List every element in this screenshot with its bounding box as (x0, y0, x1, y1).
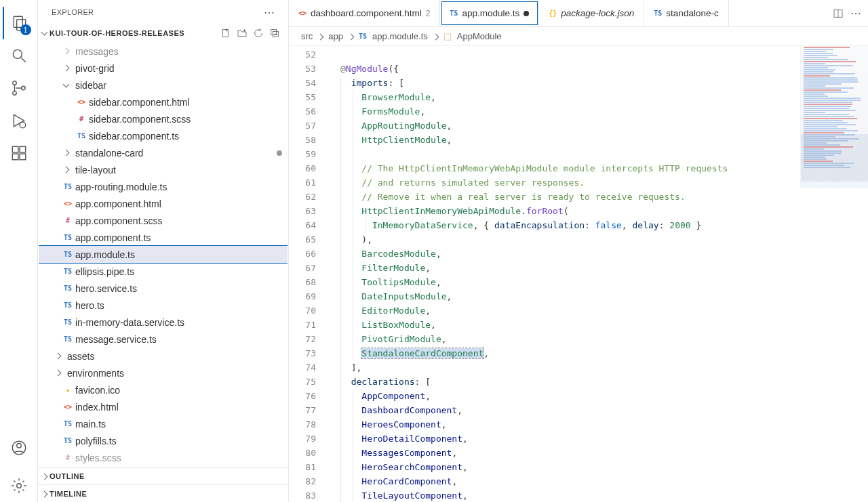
tree-file[interactable]: TShero.ts (39, 297, 288, 314)
tree-file[interactable]: TSapp.component.ts (39, 229, 288, 246)
code-content[interactable]: @NgModule({ imports: [ BrowserModule, Fo… (328, 46, 868, 502)
tree-file[interactable]: <>app.component.html (39, 195, 288, 212)
settings-gear-icon[interactable] (3, 469, 35, 502)
code-line[interactable]: DateInputsModule, (328, 289, 868, 304)
sidebar-title: EXPLORER (52, 8, 94, 16)
tree-file[interactable]: TSmain.ts (39, 415, 288, 432)
tree-file[interactable]: <>index.html (39, 398, 288, 415)
code-line[interactable]: declarations: [ (328, 375, 868, 389)
chevron-right-icon (60, 49, 71, 54)
code-line[interactable]: FormsModule, (328, 104, 868, 119)
tree-folder[interactable]: sidebar (39, 77, 288, 93)
tree-item-label: index.html (75, 402, 119, 413)
code-line[interactable]: // The HttpClientInMemoryWebApiModule mo… (328, 161, 868, 175)
editor-tab[interactable]: TSstandalone-c (644, 0, 728, 26)
refresh-icon[interactable] (253, 28, 264, 39)
split-editor-icon[interactable] (833, 8, 844, 19)
tree-file[interactable]: #sidebar.component.scss (39, 110, 288, 127)
extensions-icon[interactable] (3, 137, 35, 169)
code-line[interactable]: imports: [ (328, 76, 868, 90)
tree-file[interactable]: TSmessage.service.ts (39, 331, 288, 348)
code-line[interactable]: TooltipsModule, (328, 275, 868, 289)
code-line[interactable]: // Remove it when a real server is ready… (328, 190, 868, 204)
tree-item-label: environments (67, 368, 124, 379)
code-line[interactable]: InMemoryDataService, { dataEncapsulation… (328, 218, 868, 232)
ts-file-icon: TS (60, 301, 75, 309)
tree-item-label: assets (67, 351, 94, 362)
activity-bar: 1 (0, 0, 38, 502)
code-line[interactable]: AppComponent, (328, 389, 868, 403)
code-line[interactable]: HeroDetailComponent, (328, 432, 868, 446)
new-file-icon[interactable] (220, 28, 231, 39)
tree-item-label: tile-layout (75, 165, 116, 175)
code-line[interactable]: FilterModule, (328, 261, 868, 275)
code-line[interactable]: MessagesComponent, (328, 446, 868, 460)
code-line[interactable] (328, 47, 868, 62)
tree-file[interactable]: TSpolyfills.ts (39, 432, 288, 449)
account-icon[interactable] (3, 432, 35, 464)
breadcrumbs[interactable]: src app TS app.module.ts ⬚ AppModule (289, 27, 868, 46)
code-line[interactable]: BrowserModule, (328, 90, 868, 104)
tree-folder[interactable]: assets (39, 348, 288, 364)
code-line[interactable]: DashboardComponent, (328, 403, 868, 417)
tree-item-label: app.component.ts (75, 232, 151, 243)
code-line[interactable]: BarcodesModule, (328, 247, 868, 261)
tree-item-label: sidebar.component.html (89, 97, 190, 108)
more-icon[interactable]: ⋯ (850, 7, 861, 20)
timeline-section[interactable]: TIMELINE (38, 484, 288, 502)
editor-tab[interactable]: <>dashboard.component.html2 (289, 0, 440, 26)
code-line[interactable]: HttpClientInMemoryWebApiModule.forRoot( (328, 204, 868, 218)
tree-file[interactable]: <>sidebar.component.html (39, 93, 288, 110)
code-line[interactable]: ], (328, 360, 868, 375)
source-control-icon[interactable] (3, 72, 35, 104)
tree-file[interactable]: TSapp.module.ts (39, 246, 288, 263)
tree-file[interactable]: TSin-memory-data.service.ts (39, 314, 288, 331)
sidebar-more-icon[interactable]: ⋯ (264, 6, 275, 19)
tree-folder[interactable]: pivot-grid (39, 60, 288, 77)
explorer-icon[interactable]: 1 (3, 7, 35, 39)
collapse-all-icon[interactable] (269, 28, 280, 39)
code-line[interactable] (328, 147, 868, 161)
code-line[interactable]: 💡 StandaloneCardComponent, (328, 346, 868, 360)
tree-folder[interactable]: tile-layout (39, 161, 288, 178)
editor-tab[interactable]: {}package-lock.json (539, 0, 644, 26)
code-line[interactable]: PivotGridModule, (328, 332, 868, 346)
workspace-header[interactable]: KUI-TOUR-OF-HEROES-RELEASES (38, 24, 288, 42)
svg-point-5 (12, 91, 16, 95)
tree-file[interactable]: TSapp-routing.module.ts (39, 178, 288, 195)
code-line[interactable]: TileLayoutComponent, (328, 488, 868, 502)
svg-line-3 (21, 58, 26, 62)
code-line[interactable]: HeroSearchComponent, (328, 460, 868, 474)
code-line[interactable]: HeroCardComponent, (328, 474, 868, 488)
search-icon[interactable] (3, 39, 35, 72)
code-line[interactable]: ListBoxModule, (328, 318, 868, 332)
tab-bar: <>dashboard.component.html2TSapp.module.… (289, 0, 868, 27)
code-line[interactable]: HeroesComponent, (328, 417, 868, 432)
tree-folder[interactable]: environments (39, 364, 288, 381)
tree-folder[interactable]: messages (39, 43, 288, 60)
minimap[interactable] (800, 46, 868, 188)
tree-file[interactable]: TShero.service.ts (39, 280, 288, 297)
debug-icon[interactable] (3, 104, 35, 137)
code-line[interactable]: EditorModule, (328, 304, 868, 318)
editor-tab[interactable]: TSapp.module.ts (440, 0, 539, 26)
code-editor[interactable]: 5253545556575859606162636465666768697071… (289, 46, 868, 502)
code-line[interactable]: // and returns simulated server response… (328, 175, 868, 190)
code-line[interactable]: ), (328, 232, 868, 247)
tree-item-label: app.component.scss (75, 215, 162, 226)
code-line[interactable]: @NgModule({ (328, 62, 868, 76)
file-tree[interactable]: messagespivot-gridsidebar<>sidebar.compo… (38, 42, 288, 467)
tree-file[interactable]: ★favicon.ico (39, 381, 288, 398)
chevron-down-icon (60, 82, 71, 88)
tree-file[interactable]: #styles.scss (39, 449, 288, 466)
outline-section[interactable]: OUTLINE (38, 467, 288, 484)
tree-folder[interactable]: standalone-card (39, 144, 288, 161)
code-line[interactable]: AppRoutingModule, (328, 119, 868, 133)
tree-file[interactable]: TSsidebar.component.ts (39, 127, 288, 144)
tree-file[interactable]: TSellipsis.pipe.ts (39, 263, 288, 280)
svg-rect-12 (20, 146, 26, 152)
new-folder-icon[interactable] (237, 28, 248, 39)
tree-file[interactable]: #app.component.scss (39, 212, 288, 229)
tree-item-label: sidebar.component.scss (89, 114, 191, 125)
code-line[interactable]: HttpClientModule, (328, 133, 868, 147)
